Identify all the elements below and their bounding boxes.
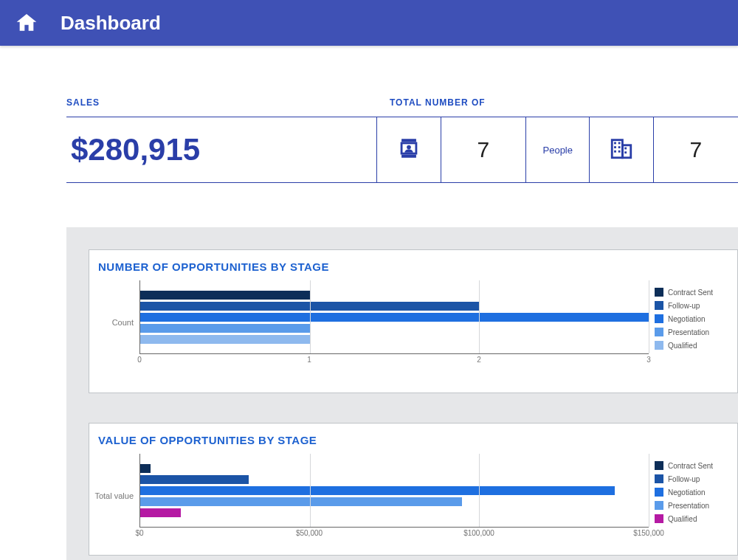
contacts-icon (396, 136, 421, 164)
charts-panel: NUMBER OF OPPORTUNITIES BY STAGE Count 0… (66, 227, 738, 560)
legend-swatch (655, 488, 663, 497)
bar-presentation (140, 324, 310, 333)
svg-rect-7 (618, 142, 621, 145)
legend-label: Qualified (668, 342, 697, 350)
x-tick: $100,000 (463, 529, 494, 537)
chart-legend: Contract SentFollow-upNegotiationPresent… (649, 454, 737, 538)
stats-section: SALES TOTAL NUMBER OF $280,915 7 People (0, 46, 738, 183)
svg-rect-1 (401, 155, 416, 158)
x-tick: 1 (307, 356, 311, 364)
legend-swatch (655, 288, 663, 297)
svg-rect-11 (618, 151, 621, 153)
x-tick: $50,000 (296, 529, 323, 537)
svg-rect-8 (614, 146, 616, 148)
svg-rect-4 (612, 140, 622, 158)
legend-label: Negotiation (668, 315, 706, 323)
legend-label: Follow-up (668, 475, 700, 483)
legend-label: Contract Sent (668, 288, 713, 297)
legend-item: Qualified (655, 341, 737, 350)
x-axis: 0123 (139, 354, 649, 364)
total-label: TOTAL NUMBER OF (390, 97, 486, 108)
people-icon-cell (376, 117, 440, 182)
bar-contract-sent (140, 464, 151, 473)
x-tick: $0 (135, 529, 143, 537)
svg-rect-10 (614, 151, 616, 153)
legend-item: Qualified (655, 514, 737, 523)
chart-title: VALUE OF OPPORTUNITIES BY STAGE (89, 434, 737, 454)
legend-label: Contract Sent (668, 462, 713, 470)
legend-item: Presentation (655, 328, 737, 336)
x-axis: $0$50,000$100,000$150,000 (139, 528, 649, 538)
bar-qualified (140, 508, 181, 517)
svg-point-3 (407, 145, 411, 150)
legend-swatch (655, 328, 663, 336)
chart-plot (139, 280, 649, 354)
legend-label: Follow-up (668, 302, 700, 310)
chart-plot (139, 454, 649, 528)
svg-rect-0 (401, 139, 416, 142)
legend-label: Presentation (668, 502, 709, 510)
bar-follow-up (140, 302, 479, 311)
bar-negotiation (140, 486, 615, 495)
legend-swatch (655, 461, 663, 470)
bar-follow-up (140, 475, 249, 484)
companies-icon-cell (589, 117, 652, 182)
x-tick: 2 (477, 356, 481, 364)
legend-item: Follow-up (655, 474, 737, 483)
legend-item: Negotiation (655, 314, 737, 323)
svg-rect-6 (614, 142, 616, 145)
bar-qualified (140, 335, 310, 344)
sales-value: $280,915 (66, 117, 376, 182)
chart-opportunities-by-stage-count: NUMBER OF OPPORTUNITIES BY STAGE Count 0… (89, 249, 738, 393)
legend-item: Negotiation (655, 488, 737, 497)
app-header: Dashboard (0, 0, 738, 46)
home-icon[interactable] (15, 11, 38, 35)
building-icon (609, 136, 634, 164)
x-tick: 3 (646, 356, 651, 364)
legend-swatch (655, 514, 663, 523)
companies-count: 7 (653, 117, 738, 182)
legend-swatch (655, 341, 663, 350)
x-tick: 0 (137, 356, 142, 364)
chart-legend: Contract SentFollow-upNegotiationPresent… (649, 280, 737, 364)
svg-rect-9 (618, 146, 621, 148)
people-label: People (525, 117, 589, 182)
svg-rect-5 (623, 145, 631, 158)
chart-title: NUMBER OF OPPORTUNITIES BY STAGE (89, 260, 737, 280)
legend-swatch (655, 501, 663, 510)
legend-swatch (655, 314, 663, 323)
legend-label: Qualified (668, 515, 697, 523)
bar-contract-sent (140, 291, 310, 300)
legend-item: Contract Sent (655, 288, 737, 297)
legend-label: Negotiation (668, 488, 706, 497)
bar-presentation (140, 497, 462, 506)
legend-item: Contract Sent (655, 461, 737, 470)
legend-item: Follow-up (655, 301, 737, 310)
y-axis-label: Total value (89, 454, 139, 538)
x-tick: $150,000 (633, 529, 664, 537)
legend-swatch (655, 301, 663, 310)
svg-rect-12 (624, 148, 627, 150)
y-axis-label: Count (89, 280, 139, 364)
legend-item: Presentation (655, 501, 737, 510)
legend-swatch (655, 474, 663, 483)
bar-negotiation (140, 313, 649, 322)
svg-rect-13 (624, 151, 627, 153)
page-title: Dashboard (61, 12, 161, 35)
chart-opportunities-by-stage-value: VALUE OF OPPORTUNITIES BY STAGE Total va… (89, 423, 738, 556)
sales-label: SALES (66, 97, 390, 108)
legend-label: Presentation (668, 328, 709, 336)
people-count: 7 (441, 117, 525, 182)
